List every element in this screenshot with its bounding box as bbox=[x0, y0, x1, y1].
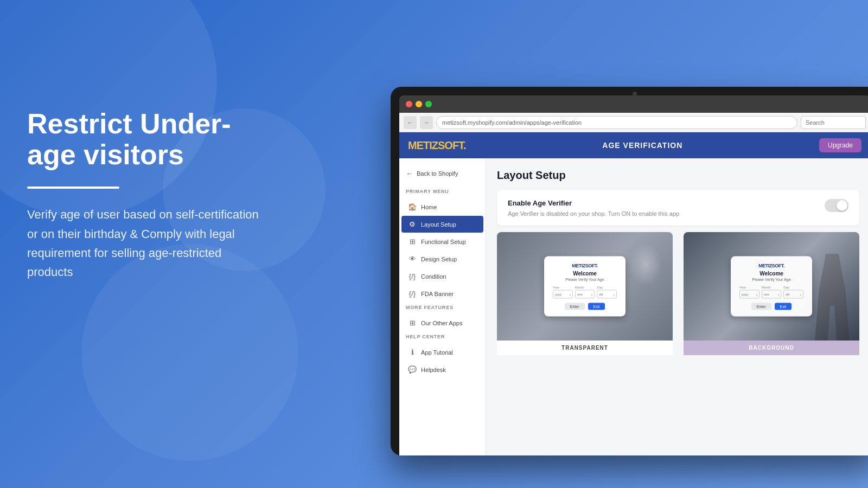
browser-toolbar: ← → metizsoft.myshopify.com/admin/apps/a… bbox=[399, 113, 868, 132]
traffic-green[interactable] bbox=[425, 101, 432, 107]
card-subtitle: Age Verifier is disabled on your shop. T… bbox=[508, 210, 679, 217]
modal-title-background: Welcome bbox=[739, 271, 803, 277]
card-title: Enable Age Verifier bbox=[508, 199, 679, 207]
headline: Restrict Under-age visitors bbox=[27, 108, 260, 170]
sidebar-item-design-setup[interactable]: 👁 Design Setup bbox=[401, 251, 483, 267]
transparent-label-text: TRANSPARENT bbox=[561, 345, 608, 351]
transparent-mini-modal: METIZSOFT. Welcome Please Verify Your Ag… bbox=[544, 256, 626, 317]
traffic-red[interactable] bbox=[406, 101, 412, 107]
day-col-bg: Day dd⁞ bbox=[783, 286, 803, 299]
smoke-effect bbox=[629, 243, 662, 286]
month-input-bg[interactable]: mm⁞ bbox=[762, 290, 782, 299]
sidebar-item-other-apps[interactable]: ⊞ Our Other Apps bbox=[401, 314, 483, 331]
sidebar-functional-label: Functional Setup bbox=[421, 239, 466, 245]
year-input-bg[interactable]: yyyy⁞ bbox=[739, 290, 760, 299]
year-label: Year bbox=[553, 286, 573, 289]
sidebar-home-label: Home bbox=[421, 204, 437, 210]
day-input-bg[interactable]: dd⁞ bbox=[783, 290, 803, 299]
browser-titlebar bbox=[399, 95, 868, 113]
age-verifier-toggle[interactable] bbox=[825, 199, 848, 212]
fda-icon: {/} bbox=[408, 290, 417, 298]
year-col-bg: Year yyyy⁞ bbox=[739, 286, 760, 299]
background-preview-card[interactable]: METIZSOFT. Welcome Please Verify Your Ag… bbox=[684, 232, 859, 362]
day-placeholder: dd bbox=[599, 293, 603, 296]
app-logo: METIZSOFT. bbox=[408, 139, 466, 152]
year-placeholder-bg: yyyy bbox=[742, 293, 748, 296]
day-col: Day dd⁞ bbox=[597, 286, 617, 299]
year-arrows-bg: ⁞ bbox=[756, 292, 757, 296]
sidebar-design-label: Design Setup bbox=[421, 256, 457, 262]
traffic-yellow[interactable] bbox=[416, 101, 422, 107]
exit-btn-transparent[interactable]: Exit bbox=[588, 303, 605, 310]
sidebar-condition-label: Condition bbox=[421, 273, 446, 280]
sidebar-fda-label: FDA Banner bbox=[421, 291, 454, 297]
day-placeholder-bg: dd bbox=[786, 293, 789, 296]
person-silhouette bbox=[810, 254, 854, 341]
sidebar-other-apps-label: Our Other Apps bbox=[421, 320, 462, 326]
sidebar-item-layout-setup[interactable]: ⚙ Layout Setup bbox=[401, 216, 483, 233]
day-input[interactable]: dd⁞ bbox=[597, 290, 617, 299]
modal-title-transparent: Welcome bbox=[553, 271, 617, 277]
sidebar-item-condition[interactable]: {/} Condition bbox=[401, 268, 483, 285]
enable-age-verifier-card: Enable Age Verifier Age Verifier is disa… bbox=[497, 190, 859, 226]
enter-btn-background[interactable]: Enter bbox=[751, 303, 771, 310]
chat-icon: 💬 bbox=[408, 365, 417, 374]
modal-subtitle-transparent: Please Verify Your Age bbox=[553, 278, 617, 281]
left-panel: Restrict Under-age visitors Verify age o… bbox=[27, 108, 260, 281]
back-label: Back to Shopify bbox=[417, 170, 458, 177]
modal-subtitle-background: Please Verify Your Age bbox=[739, 278, 803, 281]
back-nav-btn[interactable]: ← bbox=[404, 116, 417, 129]
page-title: Layout Setup bbox=[497, 169, 859, 182]
year-arrows: ⁞ bbox=[570, 292, 571, 296]
sidebar-item-home[interactable]: 🏠 Home bbox=[401, 198, 483, 215]
year-input[interactable]: yyyy⁞ bbox=[553, 290, 573, 299]
sidebar-item-fda-banner[interactable]: {/} FDA Banner bbox=[401, 285, 483, 302]
help-center-label: HELP CENTER bbox=[399, 332, 486, 342]
browser-chrome: ← → metizsoft.myshopify.com/admin/apps/a… bbox=[399, 95, 868, 455]
forward-nav-btn[interactable]: → bbox=[420, 116, 433, 129]
year-label-bg: Year bbox=[739, 286, 760, 289]
background-mini-modal: METIZSOFT. Welcome Please Verify Your Ag… bbox=[731, 256, 812, 317]
day-arrows: ⁞ bbox=[614, 292, 615, 296]
description: Verify age of user based on self-certifi… bbox=[27, 205, 260, 281]
logo-text: METIZSOFT. bbox=[408, 139, 466, 151]
apps-icon: ⊞ bbox=[408, 319, 417, 327]
upgrade-button[interactable]: Upgrade bbox=[819, 138, 861, 152]
laptop-container: ← → metizsoft.myshopify.com/admin/apps/a… bbox=[391, 87, 868, 455]
main-content: Layout Setup Enable Age Verifier Age Ver… bbox=[486, 158, 868, 455]
transparent-label: TRANSPARENT bbox=[497, 341, 673, 355]
sidebar-item-helpdesk[interactable]: 💬 Helpdesk bbox=[401, 361, 483, 378]
transparent-bg: METIZSOFT. Welcome Please Verify Your Ag… bbox=[497, 232, 673, 341]
enter-btn-transparent[interactable]: Enter bbox=[565, 303, 585, 310]
address-text: metizsoft.myshopify.com/admin/apps/age-v… bbox=[442, 119, 582, 126]
eye-icon: 👁 bbox=[408, 255, 417, 263]
exit-btn-background[interactable]: Exit bbox=[775, 303, 792, 310]
laptop-camera bbox=[633, 92, 637, 96]
month-arrows-bg: ⁞ bbox=[778, 292, 779, 296]
modal-logo-background: METIZSOFT. bbox=[739, 263, 803, 268]
app-header-title: AGE VERIFICATION bbox=[466, 141, 819, 150]
divider bbox=[27, 187, 119, 189]
month-col: Month mm⁞ bbox=[575, 286, 595, 299]
day-label: Day bbox=[597, 286, 617, 289]
toggle-knob bbox=[837, 200, 847, 211]
year-placeholder: yyyy bbox=[555, 293, 561, 296]
card-text: Enable Age Verifier Age Verifier is disa… bbox=[508, 199, 679, 217]
back-to-shopify-btn[interactable]: ← Back to Shopify bbox=[399, 165, 486, 182]
month-input[interactable]: mm⁞ bbox=[575, 290, 595, 299]
app-content: METIZSOFT. AGE VERIFICATION Upgrade ← Ba… bbox=[399, 132, 868, 455]
month-label: Month bbox=[575, 286, 595, 289]
date-row-transparent: Year yyyy⁞ Month mm⁞ bbox=[553, 286, 617, 299]
sidebar-item-tutorial[interactable]: ℹ App Tutorial bbox=[401, 344, 483, 361]
transparent-preview-card[interactable]: METIZSOFT. Welcome Please Verify Your Ag… bbox=[497, 232, 673, 362]
sidebar-item-functional-setup[interactable]: ⊞ Functional Setup bbox=[401, 233, 483, 250]
day-label-bg: Day bbox=[783, 286, 803, 289]
sidebar-layout-label: Layout Setup bbox=[421, 221, 456, 228]
address-bar[interactable]: metizsoft.myshopify.com/admin/apps/age-v… bbox=[436, 116, 797, 129]
background-label-text: BACKGROUND bbox=[749, 345, 794, 351]
month-placeholder-bg: mm bbox=[764, 293, 769, 296]
laptop-frame: ← → metizsoft.myshopify.com/admin/apps/a… bbox=[391, 87, 868, 455]
info-icon: ℹ bbox=[408, 348, 417, 356]
browser-search-input[interactable] bbox=[801, 116, 866, 129]
btn-row-background: Enter Exit bbox=[739, 303, 803, 310]
